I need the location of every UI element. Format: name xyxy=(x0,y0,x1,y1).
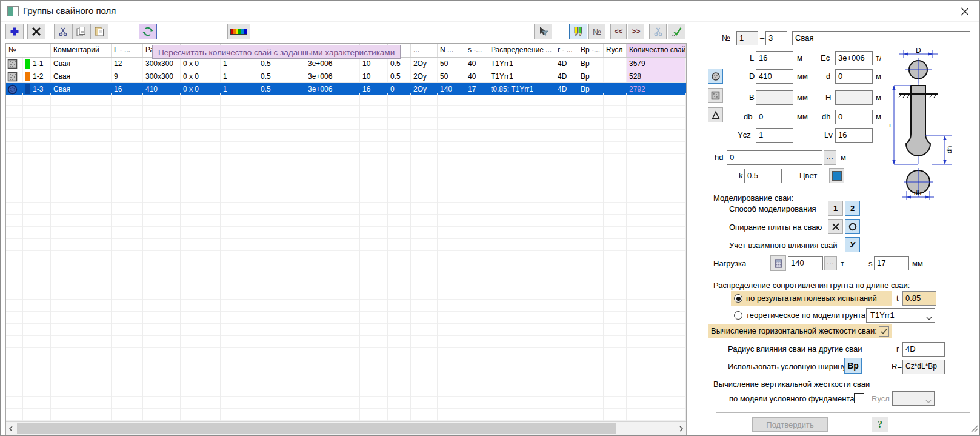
table-row[interactable]: 1-2 Свая 9 300x300 0 x 0 1 0.5 3e+006 10… xyxy=(6,70,686,83)
d-field[interactable]: 0 xyxy=(835,69,873,84)
group-name-field[interactable]: Свая xyxy=(792,31,970,45)
mutual-influence-label: Учет взаимного влияния свай xyxy=(729,241,838,250)
soil-model-dropdown[interactable]: T1Yrr1 xyxy=(866,308,935,323)
numbering-button[interactable]: № xyxy=(588,24,605,39)
refresh-icon xyxy=(142,26,153,37)
B-label: B xyxy=(749,93,755,102)
square-section-toggle[interactable] xyxy=(708,88,723,103)
Ycz-label: Ycz xyxy=(738,130,751,139)
Ec-field[interactable]: 3e+006 xyxy=(835,51,873,65)
soil-model-value: T1Yrr1 xyxy=(870,310,895,320)
next-button[interactable]: >> xyxy=(628,24,644,39)
horizontal-scrollbar[interactable] xyxy=(6,421,686,435)
column-header[interactable]: Rусл xyxy=(604,44,627,57)
prev-button[interactable]: << xyxy=(610,24,627,39)
method-1-button[interactable]: 1 xyxy=(828,201,843,216)
column-header[interactable]: N ... xyxy=(438,44,465,57)
load-field[interactable]: 140 xyxy=(788,256,823,270)
column-header[interactable]: ... xyxy=(411,44,438,57)
hd-label: hd xyxy=(715,153,723,162)
copy-button[interactable] xyxy=(72,24,90,39)
scroll-left-icon[interactable] xyxy=(6,422,16,435)
ellipsis-icon: ... xyxy=(826,153,833,163)
help-button[interactable]: ? xyxy=(872,417,888,432)
load-calculator-button[interactable] xyxy=(770,255,786,271)
theory-radio[interactable] xyxy=(734,311,742,320)
dh-field[interactable]: 0 xyxy=(835,110,873,124)
hd-field[interactable]: 0 xyxy=(727,150,822,165)
Lv-field[interactable]: 16 xyxy=(835,128,873,143)
calculator-icon xyxy=(773,258,784,269)
conditional-foundation-checkbox[interactable] xyxy=(854,393,864,403)
bp-toggle-button[interactable]: Вр xyxy=(844,358,862,374)
horizontal-stiffness-title: Вычисление горизонтальной жесткости сваи… xyxy=(711,326,877,335)
recalculate-button[interactable] xyxy=(139,24,157,39)
cut-disabled-button[interactable] xyxy=(649,24,667,39)
horizontal-stiffness-checkbox[interactable] xyxy=(879,326,889,337)
t-label: t xyxy=(896,293,899,303)
radius-label: Радиус влияния сваи на другие сваи xyxy=(728,344,862,354)
column-header-num[interactable]: № xyxy=(6,44,51,57)
separator xyxy=(716,412,970,413)
column-header[interactable]: L - ... xyxy=(112,44,143,57)
D-field[interactable]: 410 xyxy=(756,69,793,84)
add-button[interactable] xyxy=(5,24,24,39)
pile-color-swatch xyxy=(832,171,842,181)
table-row[interactable]: 1-1 Свая 12 300x300 0 x 0 1 0.5 3e+006 1… xyxy=(6,58,686,70)
Lv-label: Lv xyxy=(824,130,833,139)
subgroup-number-field[interactable]: 3 xyxy=(765,31,787,45)
column-header[interactable]: s -... xyxy=(465,44,488,57)
s-label: s xyxy=(868,259,873,268)
load-browse-button[interactable]: ... xyxy=(824,256,837,270)
field-test-radio[interactable] xyxy=(734,294,742,303)
Ycz-field[interactable]: 1 xyxy=(756,128,793,143)
support-o-button[interactable] xyxy=(845,219,860,234)
column-header[interactable]: r - ... xyxy=(555,44,578,57)
delete-button[interactable] xyxy=(27,24,45,39)
paste-button[interactable] xyxy=(90,24,108,39)
r-field[interactable]: 4D xyxy=(902,342,945,357)
rusl-label: Rусл xyxy=(872,394,890,403)
L-field[interactable]: 16 xyxy=(756,51,793,65)
k-field[interactable]: 0.5 xyxy=(744,169,782,183)
H-label: H xyxy=(825,93,831,102)
delete-x-icon xyxy=(31,26,42,37)
round-section-toggle[interactable] xyxy=(708,69,723,84)
hd-browse-button[interactable]: ... xyxy=(824,150,836,165)
color-scale-button[interactable] xyxy=(227,24,250,39)
scissors-icon xyxy=(58,27,68,36)
scrollbar-thumb[interactable] xyxy=(17,423,616,434)
circle-icon xyxy=(848,222,858,232)
group-color-swatch xyxy=(25,59,30,69)
cut-button[interactable] xyxy=(54,24,72,39)
taper-toggle[interactable] xyxy=(708,107,723,122)
plus-icon xyxy=(9,26,20,37)
column-header[interactable]: Распределение ... xyxy=(488,44,555,57)
load-unit: т xyxy=(841,259,844,268)
color-scale-icon xyxy=(230,29,247,35)
Ec-label: Ec xyxy=(821,53,830,62)
apply-button[interactable] xyxy=(668,24,685,39)
check-icon xyxy=(881,329,887,335)
close-icon[interactable] xyxy=(959,5,971,18)
resize-grip[interactable] xyxy=(970,424,978,434)
support-x-button[interactable] xyxy=(828,219,843,234)
confirm-button[interactable]: Подтвердить xyxy=(752,417,828,432)
hd-unit: м xyxy=(841,153,846,162)
column-header-qty[interactable]: Количество свай, xyxy=(627,44,686,57)
method-2-button[interactable]: 2 xyxy=(845,201,860,216)
edit-pencils-button[interactable] xyxy=(569,24,587,39)
column-header[interactable]: Вр -... xyxy=(578,44,604,57)
scroll-right-icon[interactable] xyxy=(676,422,686,435)
conditional-foundation-label: по модели условного фундамента xyxy=(729,394,854,403)
select-filter-button[interactable] xyxy=(534,24,552,39)
vertical-stiffness-title: Вычисление вертикальной жесткости сваи xyxy=(713,380,870,389)
mutual-influence-button[interactable]: У xyxy=(845,237,860,252)
diagram-D-label: D xyxy=(916,48,921,55)
color-picker-button[interactable] xyxy=(829,168,844,183)
s-field[interactable]: 17 xyxy=(874,256,909,270)
column-header[interactable]: Комментарий xyxy=(51,44,112,57)
t-field[interactable]: 0.85 xyxy=(902,291,936,306)
distribution-title: Распределение сопротивления грунта по дл… xyxy=(713,281,910,290)
db-field[interactable]: 0 xyxy=(756,110,793,124)
